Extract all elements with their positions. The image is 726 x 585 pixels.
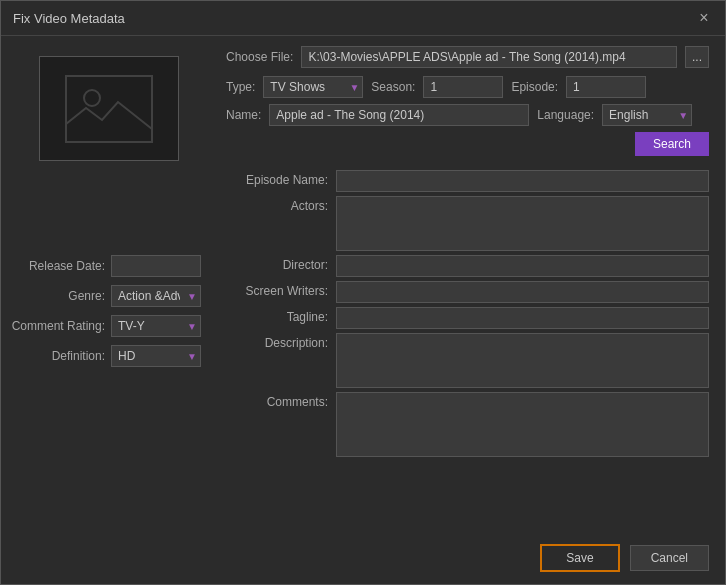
- comment-rating-select[interactable]: TV-Y TV-G TV-PG TV-14 TV-MA: [111, 315, 201, 337]
- dialog-title: Fix Video Metadata: [13, 11, 125, 26]
- comments-row: Comments:: [226, 392, 709, 457]
- screen-writers-label: Screen Writers:: [226, 281, 336, 298]
- genre-dropdown-wrap: Action &Adv Comedy Drama ▼: [111, 285, 201, 307]
- comments-input[interactable]: [336, 392, 709, 457]
- save-button[interactable]: Save: [540, 544, 619, 572]
- type-select[interactable]: TV Shows Movie Music Video: [263, 76, 363, 98]
- genre-select[interactable]: Action &Adv Comedy Drama: [111, 285, 201, 307]
- type-dropdown-wrap: TV Shows Movie Music Video ▼: [263, 76, 363, 98]
- type-label: Type:: [226, 80, 255, 94]
- genre-label: Genre:: [68, 289, 105, 303]
- episode-label: Episode:: [511, 80, 558, 94]
- release-date-label: Release Date:: [29, 259, 105, 273]
- definition-dropdown-wrap: HD SD ▼: [111, 345, 201, 367]
- right-panel: Choose File: ... Type: TV Shows Movie Mu…: [216, 36, 725, 534]
- browse-button[interactable]: ...: [685, 46, 709, 68]
- episode-name-row: Episode Name:: [226, 170, 709, 192]
- thumbnail-preview: [39, 56, 179, 161]
- episode-name-input[interactable]: [336, 170, 709, 192]
- form-section: Episode Name: Actors: Director: Screen W…: [226, 170, 709, 524]
- director-row: Director:: [226, 255, 709, 277]
- left-panel: Release Date: Genre: Action &Adv Comedy …: [1, 36, 216, 534]
- release-date-input[interactable]: [111, 255, 201, 277]
- screen-writers-row: Screen Writers:: [226, 281, 709, 303]
- type-season-episode-row: Type: TV Shows Movie Music Video ▼ Seaso…: [226, 76, 709, 98]
- top-section: Choose File: ... Type: TV Shows Movie Mu…: [226, 46, 709, 162]
- definition-label: Definition:: [52, 349, 105, 363]
- season-label: Season:: [371, 80, 415, 94]
- placeholder-image-icon: [64, 74, 154, 144]
- director-input[interactable]: [336, 255, 709, 277]
- bottom-bar: Save Cancel: [1, 534, 725, 584]
- comment-rating-row: Comment Rating: TV-Y TV-G TV-PG TV-14 TV…: [16, 315, 201, 337]
- definition-row: Definition: HD SD ▼: [16, 345, 201, 367]
- season-input[interactable]: [423, 76, 503, 98]
- svg-rect-0: [66, 76, 152, 142]
- director-label: Director:: [226, 255, 336, 272]
- description-label: Description:: [226, 333, 336, 350]
- search-button[interactable]: Search: [635, 132, 709, 156]
- content-area: Release Date: Genre: Action &Adv Comedy …: [1, 36, 725, 534]
- file-path-input[interactable]: [301, 46, 677, 68]
- description-input[interactable]: [336, 333, 709, 388]
- left-fields: Release Date: Genre: Action &Adv Comedy …: [16, 255, 201, 367]
- fix-video-metadata-dialog: Fix Video Metadata × Release Date: Genre…: [0, 0, 726, 585]
- actors-label: Actors:: [226, 196, 336, 213]
- release-date-row: Release Date:: [16, 255, 201, 277]
- language-label: Language:: [537, 108, 594, 122]
- screen-writers-input[interactable]: [336, 281, 709, 303]
- title-bar: Fix Video Metadata ×: [1, 1, 725, 36]
- name-label: Name:: [226, 108, 261, 122]
- actors-input[interactable]: [336, 196, 709, 251]
- search-row: Search: [226, 132, 709, 156]
- episode-input[interactable]: [566, 76, 646, 98]
- description-row: Description:: [226, 333, 709, 388]
- svg-point-1: [84, 90, 100, 106]
- close-button[interactable]: ×: [695, 9, 713, 27]
- tagline-row: Tagline:: [226, 307, 709, 329]
- comment-rating-label: Comment Rating:: [12, 319, 105, 333]
- actors-row: Actors:: [226, 196, 709, 251]
- cancel-button[interactable]: Cancel: [630, 545, 709, 571]
- choose-file-label: Choose File:: [226, 50, 293, 64]
- name-input[interactable]: [269, 104, 529, 126]
- genre-row: Genre: Action &Adv Comedy Drama ▼: [16, 285, 201, 307]
- language-dropdown-wrap: English French German Spanish ▼: [602, 104, 692, 126]
- tagline-label: Tagline:: [226, 307, 336, 324]
- language-select[interactable]: English French German Spanish: [602, 104, 692, 126]
- comments-label: Comments:: [226, 392, 336, 409]
- name-language-row: Name: Language: English French German Sp…: [226, 104, 709, 126]
- definition-select[interactable]: HD SD: [111, 345, 201, 367]
- file-row: Choose File: ...: [226, 46, 709, 68]
- comment-rating-dropdown-wrap: TV-Y TV-G TV-PG TV-14 TV-MA ▼: [111, 315, 201, 337]
- episode-name-label: Episode Name:: [226, 170, 336, 187]
- tagline-input[interactable]: [336, 307, 709, 329]
